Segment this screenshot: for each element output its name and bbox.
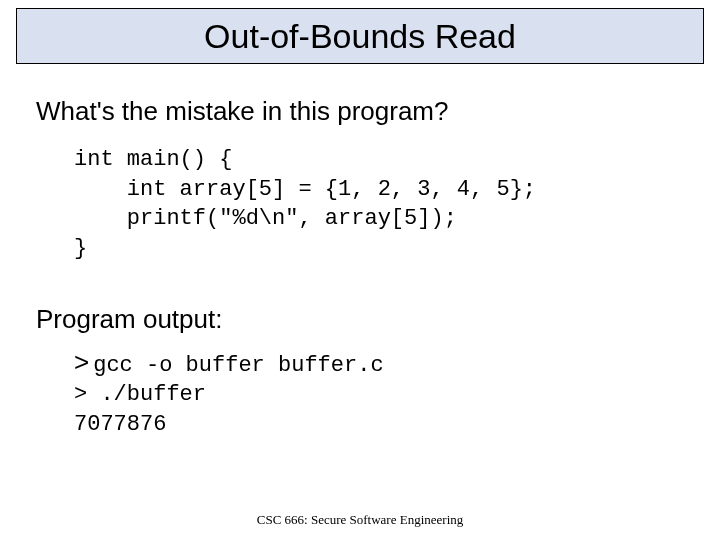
run-command: ./buffer <box>100 382 206 407</box>
output-run-line: > ./buffer <box>74 380 684 410</box>
slide-footer: CSC 666: Secure Software Engineering <box>0 512 720 528</box>
output-block: > gcc -o buffer buffer.c > ./buffer 7077… <box>74 345 684 440</box>
output-result: 7077876 <box>74 410 684 440</box>
compile-command: gcc -o buffer buffer.c <box>93 351 383 381</box>
question-text: What's the mistake in this program? <box>36 96 684 127</box>
prompt-icon: > <box>74 345 89 380</box>
slide-title-bar: Out-of-Bounds Read <box>16 8 704 64</box>
output-compile-line: > gcc -o buffer buffer.c <box>74 345 684 381</box>
slide-title: Out-of-Bounds Read <box>204 17 516 56</box>
run-prompt: > <box>74 382 87 407</box>
slide-content: What's the mistake in this program? int … <box>36 96 684 440</box>
code-block: int main() { int array[5] = {1, 2, 3, 4,… <box>74 145 684 264</box>
output-label: Program output: <box>36 304 684 335</box>
